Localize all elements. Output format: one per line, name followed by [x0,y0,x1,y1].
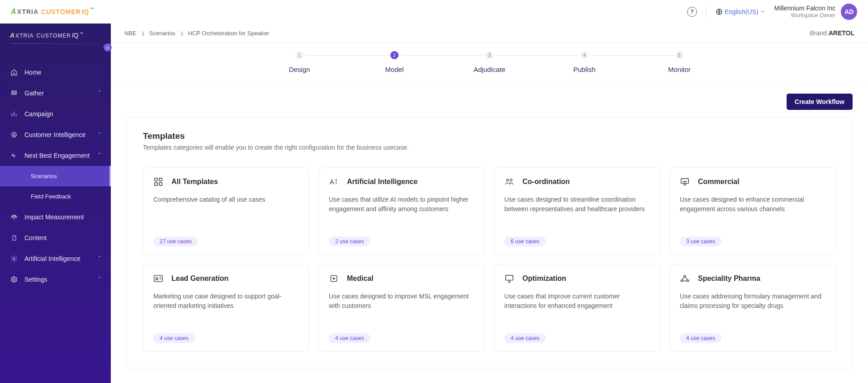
id-icon [153,274,163,284]
card-title: Medical [347,274,374,283]
sidebar-item-content[interactable]: Content [0,227,111,248]
card-description: Use cases addressing formulary managemen… [680,292,825,311]
card-title: Artificial Intelligence [347,178,417,186]
svg-rect-18 [506,275,513,280]
sidebar-item-impact-measurement[interactable]: Impact Measurement [0,207,111,227]
template-card-optimization[interactable]: OptimizationUse cases that improve curre… [494,264,660,352]
card-description: Use cases that improve current customer … [504,292,650,311]
template-card-speciality-pharma[interactable]: Speciality PharmaUse cases addressing fo… [669,264,836,352]
brand-display: Brand:ARETOL [810,29,854,37]
language-selector[interactable]: English(US) [716,8,765,15]
svg-rect-2 [12,93,17,95]
workflow-stepper: 1Design2Model3Adjudicate4Publish5Monitor [111,43,868,84]
sidebar: AXTRIA CUSTOMERIQ™ « HomeGather˅Campaign… [0,24,111,383]
sidebar-item-label: Impact Measurement [24,213,84,221]
use-case-count-badge: 2 use cases [329,236,370,246]
chevron-down-icon [760,9,765,14]
templates-title: Templates [143,131,836,141]
step-label: Design [289,66,310,73]
sidebar-subitem-scenarios[interactable]: Scenarios [0,166,111,186]
gear-icon [10,255,18,262]
step-number: 4 [580,51,588,59]
sidebar-item-label: Scenarios [31,173,57,180]
step-monitor[interactable]: 5Monitor [632,51,727,73]
sidebar-subitem-field-feedback[interactable]: Field Feedback [0,186,111,207]
step-publish[interactable]: 4Publish [537,51,632,73]
card-description: Comprehensive catalog of all use cases [153,195,299,204]
svg-rect-8 [159,178,162,181]
use-case-count-badge: 4 use cases [329,333,370,343]
template-card-lead-generation[interactable]: Lead GenerationMarketing use case design… [143,264,309,352]
chevron-right-icon: ❯ [180,31,184,36]
sidebar-item-customer-intelligence[interactable]: Customer Intelligence˅ [0,124,111,145]
card-description: Use cases designed to enhance commercial… [680,195,825,214]
user-block[interactable]: Millennium Falcon Inc Workspace Owner AD [774,4,857,20]
sidebar-item-next-best-engagement[interactable]: Next Best Engagement˄ [0,145,111,166]
sidebar-item-label: Artificial Intelligence [24,255,81,262]
step-design[interactable]: 1Design [252,51,347,73]
chevron-up-icon: ˄ [98,152,101,159]
product-logo: AXTRIA CUSTOMERIQ™ [11,8,94,16]
sidebar-collapse-button[interactable]: « [104,43,112,52]
card-description: Use cases designed to improve MSL engage… [329,292,474,311]
template-card-co-ordination[interactable]: Co-ordinationUse cases designed to strea… [494,167,660,255]
step-label: Monitor [668,66,691,73]
template-card-all-templates[interactable]: All TemplatesComprehensive catalog of al… [143,167,309,255]
svg-point-5 [13,258,15,260]
ai-icon [329,177,339,187]
breadcrumb-l0[interactable]: NBE [124,30,137,37]
use-case-count-badge: 4 use cases [680,333,721,343]
sidebar-item-label: Gather [24,90,44,97]
divider [706,6,707,18]
network-icon [680,274,690,284]
card-title: Co-ordination [522,178,570,186]
sidebar-item-artificial-intelligence[interactable]: Artificial Intelligence˅ [0,248,111,269]
presentation-icon [680,177,690,187]
chevron-down-icon: ˅ [98,276,101,283]
sidebar-item-campaign[interactable]: Campaign [0,104,111,124]
avatar[interactable]: AD [841,4,857,20]
template-card-commercial[interactable]: CommercialUse cases designed to enhance … [669,167,836,255]
sidebar-item-label: Campaign [24,110,53,118]
svg-point-19 [684,275,686,277]
step-number: 3 [485,51,493,59]
svg-point-6 [13,279,15,280]
org-name: Millennium Falcon Inc [774,4,835,12]
step-label: Model [385,66,404,73]
create-workflow-button[interactable]: Create Workflow [787,94,853,110]
sidebar-item-label: Customer Intelligence [24,131,85,138]
step-adjudicate[interactable]: 3Adjudicate [442,51,537,73]
use-case-count-badge: 6 use cases [504,236,546,246]
breadcrumb: NBE ❯ Scenarios ❯ HCP Orchestration for … [111,24,868,43]
sidebar-item-label: Settings [24,276,47,283]
language-label: English(US) [725,8,759,15]
breadcrumb-l1[interactable]: Scenarios [149,30,175,37]
svg-rect-1 [12,91,17,92]
svg-rect-15 [154,275,163,282]
help-icon[interactable]: ? [687,7,697,17]
svg-rect-7 [155,178,157,181]
sidebar-item-label: Content [24,234,47,241]
template-card-artificial-intelligence[interactable]: Artificial IntelligenceUse cases that ut… [318,167,485,255]
svg-rect-9 [155,183,157,185]
breadcrumb-l2[interactable]: HCP Orchestration for Speaker [188,30,270,37]
sidebar-item-settings[interactable]: Settings˅ [0,269,111,290]
svg-rect-10 [159,183,162,185]
monitor-icon [504,274,514,284]
sidebar-item-gather[interactable]: Gather˅ [0,83,111,104]
sidebar-item-label: Home [24,69,41,76]
use-case-count-badge: 3 use cases [680,236,721,246]
templates-panel: Templates Templates categories will enab… [126,117,853,369]
svg-point-16 [156,277,158,279]
step-number: 5 [675,51,683,59]
step-label: Publish [573,66,595,73]
svg-point-12 [507,179,509,181]
sidebar-item-label: Next Best Engagement [24,152,90,159]
home-icon [10,69,18,76]
main-area: NBE ❯ Scenarios ❯ HCP Orchestration for … [111,24,868,383]
sidebar-item-home[interactable]: Home [0,62,111,83]
step-model[interactable]: 2Model [347,51,442,73]
svg-point-11 [336,180,337,180]
cog-icon [10,276,18,283]
template-card-medical[interactable]: MedicalUse cases designed to improve MSL… [318,264,485,352]
